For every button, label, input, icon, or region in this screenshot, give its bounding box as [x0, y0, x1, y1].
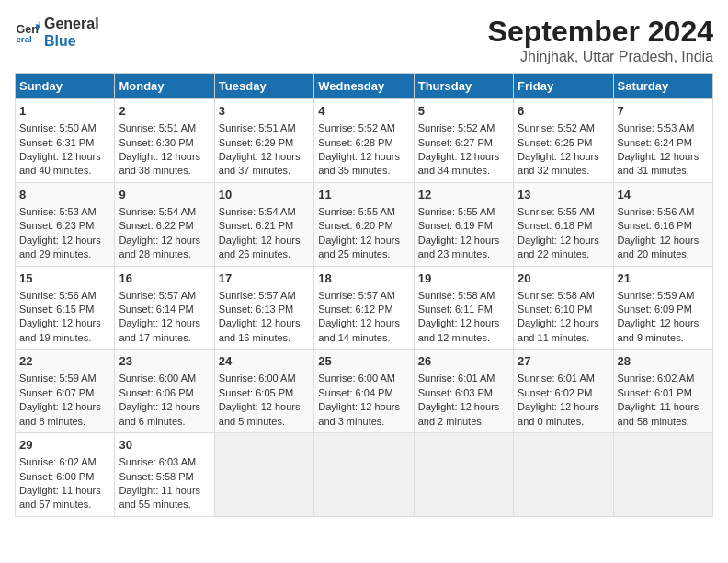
- day-info-line: Daylight: 12 hours: [318, 316, 409, 330]
- day-info-line: Sunrise: 5:51 AM: [119, 121, 210, 135]
- logo-line2: Blue: [44, 32, 99, 50]
- day-info-line: Sunset: 6:00 PM: [19, 470, 110, 484]
- day-info-line: Daylight: 12 hours: [318, 150, 409, 164]
- day-info-line: Sunrise: 5:55 AM: [318, 205, 409, 219]
- day-number: 10: [219, 187, 310, 203]
- day-cell: 13Sunrise: 5:55 AMSunset: 6:18 PMDayligh…: [514, 182, 613, 266]
- day-cell: 24Sunrise: 6:00 AMSunset: 6:05 PMDayligh…: [214, 350, 313, 433]
- day-info-line: Sunset: 6:13 PM: [219, 303, 310, 316]
- day-info-line: Sunrise: 6:02 AM: [19, 455, 110, 469]
- day-info-line: and 12 minutes.: [418, 331, 509, 345]
- day-number: 21: [618, 270, 709, 287]
- day-info-line: Daylight: 12 hours: [518, 234, 609, 247]
- day-info-line: Sunset: 6:11 PM: [418, 303, 509, 316]
- day-cell: [214, 433, 313, 517]
- day-number: 28: [618, 353, 709, 370]
- day-number: 9: [119, 187, 210, 203]
- day-info-line: and 38 minutes.: [119, 164, 210, 178]
- day-info-line: Sunrise: 6:01 AM: [418, 372, 509, 385]
- day-info-line: Sunrise: 5:56 AM: [618, 205, 709, 219]
- day-cell: 4Sunrise: 5:52 AMSunset: 6:28 PMDaylight…: [314, 99, 414, 183]
- day-number: 2: [119, 103, 210, 120]
- day-info-line: Daylight: 12 hours: [518, 150, 609, 164]
- day-info-line: Sunset: 6:16 PM: [618, 219, 709, 233]
- day-cell: 26Sunrise: 6:01 AMSunset: 6:03 PMDayligh…: [414, 350, 513, 433]
- day-cell: 11Sunrise: 5:55 AMSunset: 6:20 PMDayligh…: [314, 182, 414, 266]
- day-info-line: Sunrise: 5:59 AM: [618, 289, 709, 303]
- day-info-line: and 14 minutes.: [318, 331, 409, 345]
- day-info-line: Sunrise: 5:57 AM: [318, 289, 409, 303]
- header-saturday: Saturday: [613, 74, 712, 99]
- day-info-line: Sunrise: 5:52 AM: [418, 121, 509, 135]
- day-info-line: and 20 minutes.: [618, 247, 709, 261]
- day-info-line: Daylight: 12 hours: [119, 234, 210, 247]
- day-cell: 14Sunrise: 5:56 AMSunset: 6:16 PMDayligh…: [613, 182, 712, 266]
- day-number: 25: [318, 353, 409, 370]
- day-cell: 8Sunrise: 5:53 AMSunset: 6:23 PMDaylight…: [16, 182, 115, 266]
- day-info-line: Sunrise: 5:54 AM: [219, 205, 310, 219]
- day-number: 30: [119, 437, 210, 454]
- day-info-line: and 9 minutes.: [618, 331, 709, 345]
- header-tuesday: Tuesday: [214, 74, 313, 99]
- day-info-line: and 2 minutes.: [418, 415, 509, 429]
- day-info-line: Daylight: 12 hours: [19, 150, 110, 164]
- week-row-4: 22Sunrise: 5:59 AMSunset: 6:07 PMDayligh…: [16, 350, 713, 433]
- day-number: 6: [518, 103, 609, 120]
- day-cell: 7Sunrise: 5:53 AMSunset: 6:24 PMDaylight…: [613, 99, 712, 183]
- day-info-line: and 25 minutes.: [318, 247, 409, 261]
- day-info-line: Sunset: 6:29 PM: [219, 136, 310, 150]
- svg-text:eral: eral: [16, 34, 32, 44]
- day-info-line: Sunrise: 5:55 AM: [518, 205, 609, 219]
- day-info-line: Daylight: 11 hours: [119, 484, 210, 498]
- day-number: 7: [618, 103, 709, 120]
- day-info-line: Sunrise: 6:03 AM: [119, 455, 210, 469]
- day-number: 27: [518, 353, 609, 370]
- calendar-header-row: SundayMondayTuesdayWednesdayThursdayFrid…: [16, 74, 713, 99]
- day-info-line: Daylight: 12 hours: [618, 150, 709, 164]
- day-info-line: Sunrise: 5:53 AM: [618, 121, 709, 135]
- day-number: 8: [19, 187, 110, 203]
- day-info-line: Sunset: 6:30 PM: [119, 136, 210, 150]
- day-cell: 22Sunrise: 5:59 AMSunset: 6:07 PMDayligh…: [16, 350, 115, 433]
- day-info-line: Daylight: 12 hours: [418, 150, 509, 164]
- day-info-line: Sunrise: 6:02 AM: [618, 372, 709, 385]
- calendar-subtitle: Jhinjhak, Uttar Pradesh, India: [488, 49, 713, 65]
- day-info-line: Daylight: 12 hours: [219, 234, 310, 247]
- day-number: 22: [19, 353, 110, 370]
- day-info-line: Daylight: 12 hours: [318, 400, 409, 414]
- day-info-line: Daylight: 11 hours: [618, 400, 709, 414]
- day-info-line: Sunset: 6:06 PM: [119, 386, 210, 400]
- calendar-body: 1Sunrise: 5:50 AMSunset: 6:31 PMDaylight…: [16, 99, 713, 517]
- day-info-line: Sunset: 6:05 PM: [219, 386, 310, 400]
- day-info-line: and 3 minutes.: [318, 415, 409, 429]
- day-info-line: Sunrise: 6:00 AM: [219, 372, 310, 385]
- day-info-line: Sunset: 5:58 PM: [119, 470, 210, 484]
- day-info-line: Sunset: 6:12 PM: [318, 303, 409, 316]
- day-info-line: and 0 minutes.: [518, 415, 609, 429]
- day-number: 12: [418, 187, 509, 203]
- header-sunday: Sunday: [16, 74, 115, 99]
- day-info-line: Daylight: 12 hours: [618, 316, 709, 330]
- day-cell: 20Sunrise: 5:58 AMSunset: 6:10 PMDayligh…: [514, 266, 613, 350]
- day-info-line: Daylight: 12 hours: [318, 234, 409, 247]
- day-cell: 1Sunrise: 5:50 AMSunset: 6:31 PMDaylight…: [16, 99, 115, 183]
- day-info-line: Sunrise: 6:01 AM: [518, 372, 609, 385]
- day-cell: 25Sunrise: 6:00 AMSunset: 6:04 PMDayligh…: [314, 350, 414, 433]
- day-cell: 12Sunrise: 5:55 AMSunset: 6:19 PMDayligh…: [414, 182, 513, 266]
- day-info-line: Sunset: 6:25 PM: [518, 136, 609, 150]
- day-info-line: Sunset: 6:21 PM: [219, 219, 310, 233]
- day-info-line: Sunset: 6:15 PM: [19, 303, 110, 316]
- day-info-line: Sunrise: 5:59 AM: [19, 372, 110, 385]
- day-cell: 2Sunrise: 5:51 AMSunset: 6:30 PMDaylight…: [115, 99, 214, 183]
- calendar-table: SundayMondayTuesdayWednesdayThursdayFrid…: [15, 73, 713, 517]
- day-info-line: Sunset: 6:09 PM: [618, 303, 709, 316]
- day-info-line: Sunset: 6:20 PM: [318, 219, 409, 233]
- week-row-2: 8Sunrise: 5:53 AMSunset: 6:23 PMDaylight…: [16, 182, 713, 266]
- day-number: 13: [518, 187, 609, 203]
- day-info-line: Daylight: 11 hours: [19, 484, 110, 498]
- day-cell: 27Sunrise: 6:01 AMSunset: 6:02 PMDayligh…: [514, 350, 613, 433]
- day-info-line: Sunset: 6:02 PM: [518, 386, 609, 400]
- day-info-line: and 37 minutes.: [219, 164, 310, 178]
- day-info-line: and 23 minutes.: [418, 247, 509, 261]
- day-cell: 5Sunrise: 5:52 AMSunset: 6:27 PMDaylight…: [414, 99, 513, 183]
